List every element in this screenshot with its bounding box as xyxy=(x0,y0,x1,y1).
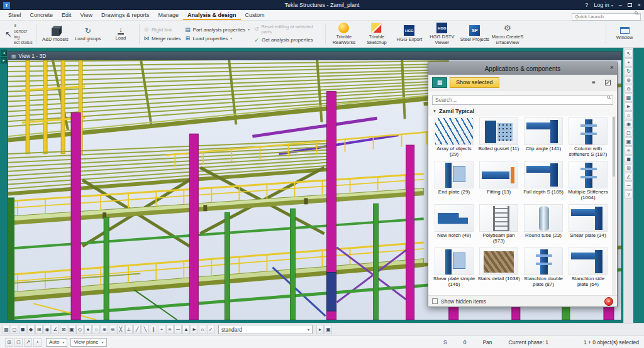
plane-mode-dropdown[interactable]: View plane ▾ xyxy=(70,338,106,347)
select-parts-icon[interactable]: ◻ xyxy=(11,325,18,334)
gallery-view-button[interactable]: ▦ xyxy=(432,77,447,88)
depth-mode-dropdown[interactable]: Auto ▾ xyxy=(46,338,67,347)
component-item[interactable]: Fitting (13) xyxy=(477,161,521,201)
pan-icon[interactable]: + xyxy=(625,58,633,67)
select-welds-icon[interactable]: ∠ xyxy=(52,325,59,334)
snap-center-icon[interactable]: ⊕ xyxy=(101,325,108,334)
login-button[interactable]: Log in ▾ xyxy=(594,2,613,8)
smart-select-icon[interactable]: ✓ xyxy=(207,325,214,334)
component-item[interactable]: Clip angle (141) xyxy=(521,117,565,158)
snap-grid-icon[interactable]: ≡ xyxy=(166,325,174,334)
ad-models-button[interactable]: A&D models xyxy=(39,22,72,46)
component-item[interactable]: Stanchion side plate (64) xyxy=(566,247,610,288)
select-all-icon[interactable]: ▦ xyxy=(3,325,10,334)
axis-icon[interactable]: ∠ xyxy=(625,173,633,181)
menu-tab[interactable]: Analysis & design xyxy=(183,10,241,20)
previous-view-button[interactable]: ◄ xyxy=(1,50,7,56)
measure-icon[interactable]: ─ xyxy=(625,182,633,190)
component-item[interactable]: Round tube (23) xyxy=(521,204,565,244)
list-view-button[interactable]: ≡ xyxy=(588,77,599,87)
component-item[interactable]: Polybeam pan (573) xyxy=(477,204,521,244)
snap-any-icon[interactable]: ► xyxy=(191,325,198,334)
ortho-icon[interactable]: ⌂ xyxy=(199,325,206,334)
component-item[interactable]: Shear plate (34) xyxy=(566,204,610,244)
screenshot-icon[interactable]: ▣ xyxy=(625,138,633,146)
snap-points-icon[interactable]: ● xyxy=(84,325,92,334)
select-assemblies-icon[interactable]: ◼ xyxy=(19,325,26,334)
help-button[interactable]: ? xyxy=(585,2,588,8)
ribbon-app-button[interactable]: HGG HGG DSTV Viewer xyxy=(426,22,458,46)
close-red-button[interactable]: × xyxy=(604,297,613,306)
select-components-icon[interactable]: ◇ xyxy=(76,325,84,334)
get-analysis-properties-button[interactable]: ✓ Get analysis properties xyxy=(253,37,321,43)
menu-tab[interactable]: Edit xyxy=(57,10,76,20)
component-item[interactable]: Array of objects (29) xyxy=(432,117,476,158)
scrollbar-thumb[interactable] xyxy=(613,117,615,177)
view-list-icon[interactable]: ≡ xyxy=(625,146,633,155)
snap-free-icon[interactable]: + xyxy=(158,325,165,334)
snap-parallel-icon[interactable]: ∥ xyxy=(150,325,157,334)
model-3d-view[interactable]: Applications & components × ▦ Show selec… xyxy=(8,60,621,320)
camera-icon[interactable]: ◉ xyxy=(625,120,633,128)
category-header[interactable]: ▼ Zamil Typical xyxy=(428,107,617,116)
ribbon-collapsed-item[interactable]: 3 xyxy=(14,23,33,28)
zoom-out-icon[interactable]: ⊖ xyxy=(625,85,633,93)
quick-launch-input[interactable] xyxy=(572,13,641,21)
minimize-button[interactable]: – xyxy=(619,2,622,8)
ribbon-app-button[interactable]: Trimble RealWorks xyxy=(328,22,360,46)
ribbon-app-button[interactable]: ⚙ Macro.CreateS urfaceView xyxy=(491,22,524,46)
snap-midpoint-icon[interactable]: ⊖ xyxy=(109,325,116,334)
fit-view-icon[interactable]: ▦ xyxy=(625,94,633,102)
expand-panel-button[interactable] xyxy=(602,77,613,87)
select-points-icon[interactable]: ◆ xyxy=(27,325,35,334)
component-item[interactable]: Full depth S (185) xyxy=(521,161,565,201)
component-item[interactable]: Shear plate simple (146) xyxy=(432,247,476,288)
maximize-button[interactable] xyxy=(628,3,632,7)
menu-tab[interactable]: Manage xyxy=(153,10,183,20)
show-selected-button[interactable]: Show selected xyxy=(450,77,499,88)
next-view-button[interactable]: ► xyxy=(1,57,7,63)
work-plane-icon[interactable]: ◻ xyxy=(14,338,23,347)
ribbon-app-button[interactable]: SP Steel Projects xyxy=(458,22,491,46)
play-icon[interactable]: ▸ xyxy=(316,325,324,334)
load-groups-button[interactable]: ↻ Load groups xyxy=(72,22,104,46)
menu-tab[interactable]: Steel xyxy=(4,10,26,20)
render-icon[interactable]: ▣ xyxy=(325,325,332,334)
view-title-bar[interactable]: ▦ View 1 - 3D xyxy=(8,52,621,60)
rigid-link-button[interactable]: ⊘ Rigid link xyxy=(143,26,181,33)
close-button[interactable]: × xyxy=(638,2,641,8)
snap-endpoint-icon[interactable]: ○ xyxy=(92,325,100,334)
ribbon-collapsed-item[interactable]: ect status xyxy=(14,40,33,45)
menu-tab[interactable]: Custom xyxy=(241,10,269,20)
render-mode-icon[interactable]: ◼ xyxy=(625,155,633,163)
component-item[interactable]: Stanchion double plate (87) xyxy=(521,247,565,288)
fly-mode-icon[interactable]: ↗ xyxy=(24,338,32,347)
part-analysis-properties-button[interactable]: ▤ Part analysis properties ▾ xyxy=(185,26,250,33)
snap-extension-icon[interactable]: ─ xyxy=(174,325,182,334)
select-grids-icon[interactable]: ⊞ xyxy=(35,325,43,334)
snap-perpendicular-icon[interactable]: ⊥ xyxy=(125,325,133,334)
crosshair-icon[interactable]: + xyxy=(33,338,42,347)
component-item[interactable]: End plate (29) xyxy=(432,161,476,201)
component-item[interactable]: Bolted gusset (11) xyxy=(477,117,521,158)
grid-toggle-icon[interactable]: ⊞ xyxy=(625,164,633,172)
component-item[interactable]: Multiple Stiffeners (1064) xyxy=(566,161,610,201)
load-properties-button[interactable]: ⊞ Load properties ▾ xyxy=(185,35,250,41)
selection-filter-dropdown[interactable]: standard ▾ xyxy=(218,325,313,334)
select-views-icon[interactable]: ▣ xyxy=(68,325,75,334)
component-item[interactable]: Column with stiffeners S (187) xyxy=(566,117,610,158)
component-item[interactable]: Stairs detail (1038) xyxy=(477,247,521,288)
select-cuts-icon[interactable]: ⊠ xyxy=(60,325,67,334)
ribbon-app-button[interactable]: Trimble Sketchup xyxy=(360,22,393,46)
help-icon[interactable]: ? xyxy=(625,190,633,198)
clip-plane-icon[interactable]: ◻ xyxy=(625,129,633,137)
reset-editing-button[interactable]: ↺ Reset editing at selected parts xyxy=(253,24,321,35)
pointer-icon[interactable]: ↖ xyxy=(625,50,633,58)
menu-tab[interactable]: View xyxy=(76,10,97,20)
panel-header[interactable]: Applications & components × xyxy=(428,62,617,75)
snap-nearest-icon[interactable]: ▲ xyxy=(182,325,190,334)
ribbon-collapsed-item[interactable]: uencer xyxy=(14,29,33,34)
component-item[interactable]: New notch (49) xyxy=(432,204,476,244)
create-report-icon[interactable]: ⊞ xyxy=(5,338,13,347)
zoom-in-icon[interactable]: ⊕ xyxy=(625,76,633,84)
